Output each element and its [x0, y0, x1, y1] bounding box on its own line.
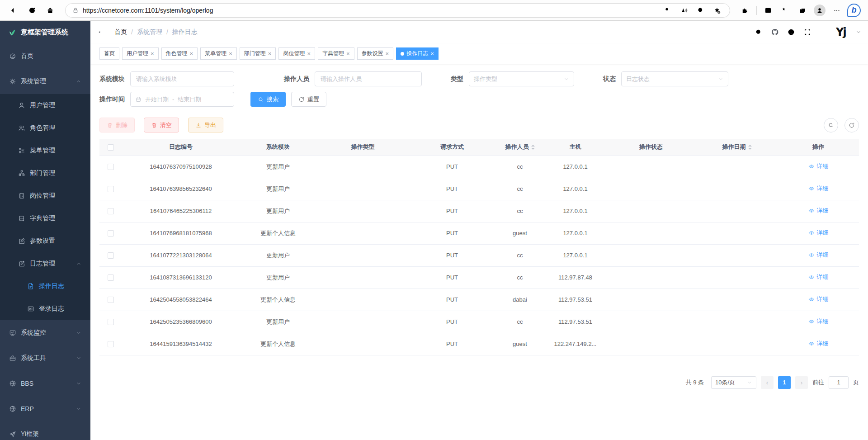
clear-button[interactable]: 清空: [144, 118, 179, 132]
user-avatar-logo[interactable]: Yj: [836, 25, 851, 39]
tab-menu-manage[interactable]: 菜单管理×: [200, 47, 237, 60]
tab-home[interactable]: 首页: [99, 47, 119, 60]
table-search-toggle-button[interactable]: [824, 118, 838, 132]
copilot-bing-icon[interactable]: b: [846, 3, 862, 18]
github-icon[interactable]: [771, 28, 779, 36]
zoom-out-icon[interactable]: [694, 4, 707, 17]
row-checkbox[interactable]: [108, 208, 114, 214]
next-page-button[interactable]: ›: [795, 376, 808, 389]
sidebar-item-login-log[interactable]: 登录日志: [0, 298, 90, 320]
tab-post-manage[interactable]: 岗位管理×: [278, 47, 315, 60]
close-icon[interactable]: ×: [268, 51, 272, 57]
sidebar-item-user-manage[interactable]: 用户管理: [0, 94, 90, 117]
export-button[interactable]: 导出: [188, 118, 223, 132]
row-checkbox[interactable]: [108, 319, 114, 325]
avatar-dropdown-chevron-icon[interactable]: [856, 29, 861, 35]
close-icon[interactable]: ×: [190, 51, 193, 57]
tab-role-manage[interactable]: 角色管理×: [161, 47, 198, 60]
close-icon[interactable]: ×: [229, 51, 232, 57]
detail-link[interactable]: 详细: [808, 207, 829, 215]
row-checkbox[interactable]: [108, 274, 114, 281]
close-icon[interactable]: ×: [430, 51, 434, 57]
close-icon[interactable]: ×: [386, 51, 389, 57]
url-text[interactable]: https://ccnetcore.com:1101/system/log/op…: [83, 7, 658, 14]
browser-menu-icon[interactable]: [829, 3, 844, 18]
operator-input[interactable]: [315, 71, 422, 86]
tab-dict-manage[interactable]: 字典管理×: [318, 47, 354, 60]
page-size-select[interactable]: 10条/页: [711, 376, 756, 389]
sort-carets-icon[interactable]: [531, 145, 535, 150]
row-checkbox[interactable]: [108, 186, 114, 192]
row-checkbox[interactable]: [108, 341, 114, 347]
sidebar-item-menu-manage[interactable]: 菜单管理: [0, 139, 90, 162]
status-select[interactable]: 日志状态: [621, 71, 728, 86]
page-1-button[interactable]: 1: [778, 376, 791, 389]
browser-refresh-button[interactable]: [24, 3, 40, 18]
sort-carets-icon[interactable]: [748, 145, 752, 150]
favorites-bar-icon[interactable]: [778, 3, 793, 18]
select-all-checkbox[interactable]: [108, 144, 114, 151]
sidebar-item-home[interactable]: 首页: [0, 43, 90, 69]
start-date-placeholder[interactable]: 开始日期: [145, 95, 169, 104]
end-date-placeholder[interactable]: 结束日期: [178, 95, 201, 104]
detail-link[interactable]: 详细: [808, 162, 829, 170]
sidebar-item-oper-log[interactable]: 操作日志: [0, 275, 90, 298]
date-range-picker[interactable]: 开始日期 - 结束日期: [130, 92, 234, 107]
collections-icon[interactable]: [795, 3, 810, 18]
sidebar-item-system-monitor[interactable]: 系统监控: [0, 320, 90, 345]
detail-link[interactable]: 详细: [808, 251, 829, 259]
favorite-star-icon[interactable]: [711, 4, 723, 17]
detail-link[interactable]: 详细: [808, 229, 829, 237]
browser-back-button[interactable]: [6, 3, 22, 18]
split-screen-icon[interactable]: [760, 3, 776, 18]
detail-link[interactable]: 详细: [808, 295, 829, 303]
reset-button[interactable]: 重置: [291, 92, 326, 107]
detail-link[interactable]: 详细: [808, 340, 829, 348]
row-checkbox[interactable]: [108, 230, 114, 237]
tab-oper-log[interactable]: 操作日志×: [396, 47, 439, 60]
sidebar-item-yi-framework[interactable]: Yi框架: [0, 421, 90, 440]
close-icon[interactable]: ×: [346, 51, 350, 57]
search-button[interactable]: 搜索: [250, 92, 286, 107]
detail-link[interactable]: 详细: [808, 273, 829, 281]
row-checkbox[interactable]: [108, 164, 114, 170]
fullscreen-icon[interactable]: [803, 28, 811, 36]
detail-link[interactable]: 详细: [808, 317, 829, 326]
browser-home-button[interactable]: [42, 3, 58, 18]
breadcrumb-home[interactable]: 首页: [114, 28, 127, 36]
prev-page-button[interactable]: ‹: [761, 376, 774, 389]
delete-button[interactable]: 删除: [99, 118, 135, 132]
tab-user-manage[interactable]: 用户管理×: [122, 47, 159, 60]
font-size-icon[interactable]: [820, 28, 828, 36]
help-icon[interactable]: [787, 28, 795, 36]
tab-dept-manage[interactable]: 部门管理×: [240, 47, 276, 60]
row-checkbox[interactable]: [108, 297, 114, 303]
address-bar[interactable]: https://ccnetcore.com:1101/system/log/op…: [65, 3, 730, 18]
sidebar-item-dict-manage[interactable]: 字典管理: [0, 207, 90, 230]
row-checkbox[interactable]: [108, 252, 114, 259]
sidebar-item-bbs[interactable]: BBS: [0, 371, 90, 396]
sidebar-item-log-manage[interactable]: 日志管理: [0, 252, 90, 275]
tab-param-settings[interactable]: 参数设置×: [357, 47, 394, 60]
col-operator[interactable]: 操作人员: [495, 139, 545, 156]
sidebar-item-post-manage[interactable]: 岗位管理: [0, 185, 90, 207]
type-select[interactable]: 操作类型: [469, 71, 574, 86]
goto-page-input[interactable]: [829, 376, 849, 389]
detail-link[interactable]: 详细: [808, 185, 829, 193]
extensions-icon[interactable]: [737, 3, 753, 18]
browser-profile-avatar[interactable]: [812, 3, 827, 18]
sidebar-item-param-settings[interactable]: 参数设置: [0, 230, 90, 252]
header-search-icon[interactable]: [755, 28, 763, 36]
sidebar-fold-icon[interactable]: [97, 28, 106, 37]
sidebar-item-role-manage[interactable]: 角色管理: [0, 117, 90, 139]
close-icon[interactable]: ×: [151, 51, 154, 57]
sidebar-item-system-manage[interactable]: 系统管理: [0, 69, 90, 94]
table-refresh-button[interactable]: [844, 118, 859, 132]
col-date[interactable]: 操作日期: [696, 139, 778, 156]
sidebar-item-system-tools[interactable]: 系统工具: [0, 345, 90, 371]
sidebar-item-dept-manage[interactable]: 部门管理: [0, 162, 90, 185]
password-key-icon[interactable]: [662, 4, 675, 17]
read-aloud-icon[interactable]: [678, 4, 691, 17]
module-input[interactable]: [130, 71, 234, 86]
close-icon[interactable]: ×: [307, 51, 311, 57]
